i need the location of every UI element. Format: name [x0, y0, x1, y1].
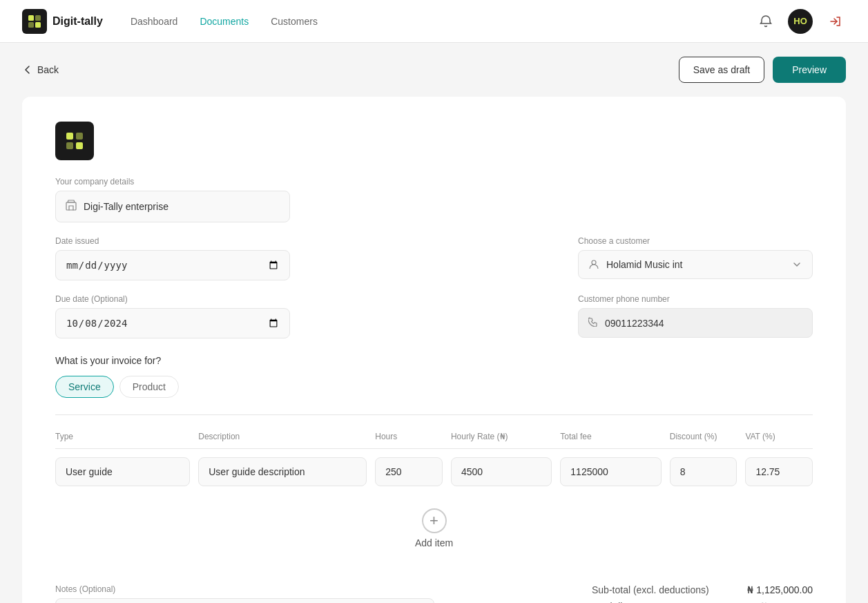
subtotal-label: Sub-total (excl. deductions) — [592, 584, 709, 595]
logo-icon — [22, 9, 47, 34]
col-total-fee: Total fee — [560, 432, 661, 441]
notes-label: Notes (Optional) — [55, 584, 434, 594]
svg-rect-6 — [76, 133, 83, 140]
hours-input[interactable] — [375, 457, 443, 486]
nav-dashboard[interactable]: Dashboard — [131, 16, 178, 27]
invoice-for-label: What is your invoice for? — [55, 355, 813, 366]
cell-hourly-rate — [451, 457, 552, 486]
notes-section: Notes (Optional) This is your invoice no… — [55, 584, 434, 603]
col-description: Description — [198, 432, 367, 441]
cell-total-fee — [560, 457, 661, 486]
invoice-logo — [55, 122, 94, 160]
add-item-section[interactable]: + Add item — [55, 495, 813, 562]
nav-customers[interactable]: Customers — [271, 16, 318, 27]
chevron-down-icon — [791, 259, 802, 270]
notes-textarea[interactable]: This is your invoice note — [55, 598, 434, 603]
bell-icon[interactable] — [755, 10, 777, 32]
main-content: Your company details Digi-Tally enterpri… — [0, 97, 868, 603]
date-issued-input[interactable] — [55, 250, 290, 280]
app-name: Digit-tally — [52, 15, 103, 28]
col-discount: Discount (%) — [670, 432, 737, 441]
total-fee-input[interactable] — [560, 457, 661, 486]
logout-icon[interactable] — [824, 10, 846, 32]
add-item-label: Add item — [415, 537, 453, 548]
vat-input[interactable] — [745, 457, 813, 486]
toolbar-actions: Save as draft Preview — [679, 57, 846, 83]
customer-name: Holamid Music int — [606, 259, 682, 270]
subtotal-value: ₦ 1,125,000.00 — [747, 584, 813, 595]
logo: Digit-tally — [22, 9, 103, 34]
company-name: Digi-Tally enterprise — [84, 201, 168, 212]
svg-rect-5 — [66, 133, 73, 140]
svg-rect-8 — [76, 142, 83, 149]
date-issued-label: Date issued — [55, 236, 290, 246]
navbar-right: HO — [755, 9, 846, 34]
back-label: Back — [37, 64, 59, 75]
due-date-input[interactable] — [55, 308, 290, 338]
add-item-circle: + — [422, 508, 447, 533]
building-icon — [66, 200, 77, 213]
cell-vat — [745, 457, 813, 486]
company-select[interactable]: Digi-Tally enterprise — [55, 191, 290, 222]
service-toggle[interactable]: Service — [55, 376, 114, 398]
invoice-type-toggle: Service Product — [55, 376, 813, 398]
avatar[interactable]: HO — [788, 9, 813, 34]
navbar: Digit-tally Dashboard Documents Customer… — [0, 0, 868, 43]
cell-discount — [670, 457, 737, 486]
save-draft-button[interactable]: Save as draft — [679, 57, 765, 83]
cell-description — [198, 457, 367, 486]
table-header: Type Description Hours Hourly Rate (₦) T… — [55, 432, 813, 449]
toolbar: Back Save as draft Preview — [0, 43, 868, 97]
divider — [55, 414, 813, 415]
invoice-for-section: What is your invoice for? Service Produc… — [55, 355, 813, 398]
svg-rect-3 — [35, 22, 41, 28]
nav-links: Dashboard Documents Customers — [131, 16, 318, 27]
type-input[interactable] — [55, 457, 190, 486]
svg-rect-7 — [66, 142, 73, 149]
product-toggle[interactable]: Product — [119, 376, 179, 398]
col-type: Type — [55, 432, 190, 441]
col-hourly-rate: Hourly Rate (₦) — [451, 432, 552, 441]
bottom-section: Notes (Optional) This is your invoice no… — [55, 584, 813, 603]
customer-phone-value: 09011223344 — [605, 318, 664, 329]
totals-section: Sub-total (excl. deductions) ₦ 1,125,000… — [592, 584, 813, 603]
cell-type — [55, 457, 190, 486]
cell-hours — [375, 457, 443, 486]
svg-point-10 — [592, 260, 596, 265]
customer-phone-field: 09011223344 — [578, 308, 813, 338]
navbar-left: Digit-tally Dashboard Documents Customer… — [22, 9, 318, 34]
customer-select-left: Holamid Music int — [588, 259, 682, 270]
table-row — [55, 457, 813, 486]
subtotal-row: Sub-total (excl. deductions) ₦ 1,125,000… — [592, 584, 813, 595]
due-date-label: Due date (Optional) — [55, 294, 290, 304]
preview-button[interactable]: Preview — [773, 57, 846, 83]
col-vat: VAT (%) — [745, 432, 813, 441]
hourly-rate-input[interactable] — [451, 457, 552, 486]
description-input[interactable] — [198, 457, 367, 486]
svg-rect-2 — [28, 22, 34, 28]
choose-customer-label: Choose a customer — [578, 236, 813, 246]
col-hours: Hours — [375, 432, 443, 441]
phone-icon — [588, 317, 598, 329]
discount-input[interactable] — [670, 457, 737, 486]
items-table: Type Description Hours Hourly Rate (₦) T… — [55, 432, 813, 486]
back-button[interactable]: Back — [22, 64, 59, 75]
customer-phone-label: Customer phone number — [578, 294, 813, 304]
customer-select[interactable]: Holamid Music int — [578, 250, 813, 279]
invoice-card: Your company details Digi-Tally enterpri… — [22, 97, 846, 603]
svg-rect-0 — [28, 15, 34, 21]
company-details-label: Your company details — [55, 177, 813, 186]
svg-rect-1 — [35, 15, 41, 21]
nav-documents[interactable]: Documents — [200, 16, 249, 27]
